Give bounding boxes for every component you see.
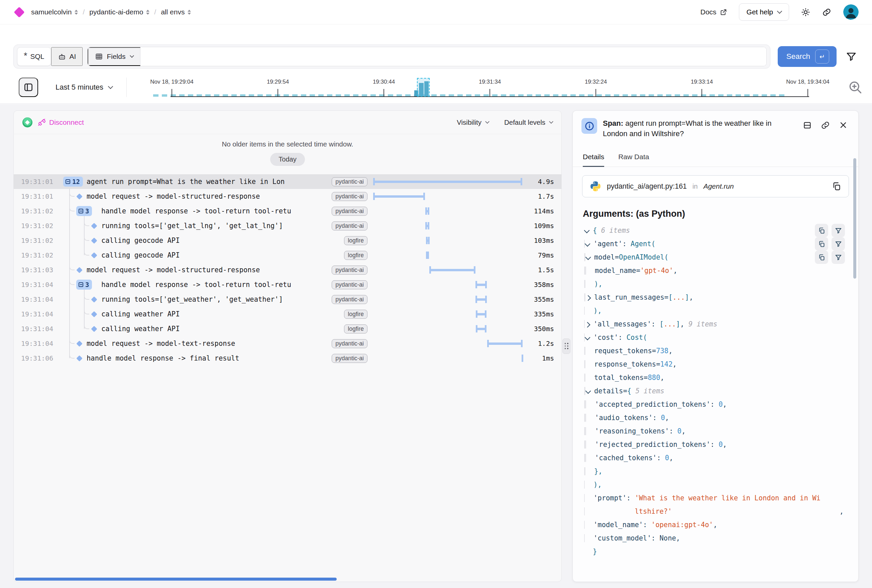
collapse-badge[interactable]: 3 <box>76 280 92 290</box>
dock-panel-button[interactable] <box>803 121 812 139</box>
time-range-dropdown[interactable]: Last 5 minutes <box>55 83 112 92</box>
filter-toggle-button[interactable] <box>846 51 857 62</box>
expand-chevron-icon[interactable] <box>586 254 594 261</box>
sql-mode-button[interactable]: *SQL <box>17 47 51 66</box>
expand-chevron-icon[interactable] <box>584 548 593 555</box>
expand-chevron-icon[interactable] <box>584 227 593 234</box>
trace-row[interactable]: 19:31:02 3 handle model response -> tool… <box>14 204 561 218</box>
code-text: 'accepted_prediction_tokens': 0, <box>595 400 727 408</box>
logfire-logo-icon[interactable] <box>14 7 25 18</box>
collapse-badge[interactable]: 12 <box>63 177 83 187</box>
panel-resize-handle[interactable] <box>562 339 571 354</box>
expand-chevron-icon[interactable] <box>585 321 593 327</box>
get-help-button[interactable]: Get help <box>739 3 789 21</box>
trace-row[interactable]: 19:31:01 12 agent run prompt=What is the… <box>14 174 561 189</box>
disconnect-button[interactable]: Disconnect <box>38 118 84 126</box>
breadcrumb-project[interactable]: pydantic-ai-demo <box>89 8 150 16</box>
theme-toggle-button[interactable] <box>801 8 810 17</box>
tab-raw-data[interactable]: Raw Data <box>618 153 649 167</box>
today-button[interactable]: Today <box>270 153 304 166</box>
default-levels-dropdown[interactable]: Default levels <box>504 118 553 126</box>
trace-row[interactable]: 19:31:02 calling geocode API logfire 103… <box>14 233 561 248</box>
copy-value-button[interactable] <box>815 237 828 250</box>
expand-chevron-icon[interactable] <box>586 454 595 461</box>
span-name[interactable]: handle model response -> final result <box>87 354 327 362</box>
expand-chevron-icon[interactable] <box>586 348 594 354</box>
expand-chevron-icon[interactable] <box>586 414 595 421</box>
span-name[interactable]: calling weather API <box>101 310 339 318</box>
copy-value-button[interactable] <box>815 250 828 264</box>
filter-value-button[interactable] <box>832 237 845 250</box>
expand-chevron-icon[interactable] <box>585 522 593 528</box>
expand-chevron-icon[interactable] <box>586 280 594 287</box>
span-name[interactable]: model request -> model-structured-respon… <box>87 192 327 200</box>
copy-source-button[interactable] <box>832 182 841 191</box>
span-name[interactable]: calling weather API <box>101 325 339 333</box>
expand-chevron-icon[interactable] <box>585 508 593 515</box>
expand-chevron-icon[interactable] <box>585 535 593 542</box>
zoom-in-button[interactable] <box>848 80 863 94</box>
search-query-input[interactable] <box>141 47 766 66</box>
code-line: 'audio_tokens': 0, <box>573 411 858 424</box>
span-name[interactable]: handle model response -> tool-return too… <box>101 207 327 215</box>
trace-row[interactable]: 19:31:01 model request -> model-structur… <box>14 189 561 204</box>
span-name[interactable]: calling geocode API <box>101 237 339 244</box>
expand-chevron-icon[interactable] <box>585 240 593 247</box>
avatar[interactable] <box>843 4 859 20</box>
expand-chevron-icon[interactable] <box>586 361 594 368</box>
trace-row[interactable]: 19:31:04 3 handle model response -> tool… <box>14 277 561 292</box>
expand-chevron-icon[interactable] <box>586 401 595 408</box>
waterfall-cell <box>373 204 524 218</box>
span-name[interactable]: calling geocode API <box>101 251 339 259</box>
ai-mode-button[interactable]: AI <box>51 47 83 66</box>
expand-chevron-icon[interactable] <box>586 267 595 274</box>
timeline-selection[interactable] <box>417 78 430 97</box>
tree-elbow <box>84 306 89 314</box>
horizontal-scrollbar[interactable] <box>15 578 337 580</box>
search-button[interactable]: Search↵ <box>778 46 836 67</box>
close-panel-button[interactable] <box>839 121 848 139</box>
expand-chevron-icon[interactable] <box>586 428 595 435</box>
expand-chevron-icon[interactable] <box>586 294 594 301</box>
expand-chevron-icon[interactable] <box>586 388 594 394</box>
trace-row[interactable]: 19:31:04 calling weather API logfire 350… <box>14 321 561 336</box>
trace-row[interactable]: 19:31:04 model request -> model-text-res… <box>14 336 561 351</box>
trace-row[interactable]: 19:31:03 model request -> model-structur… <box>14 262 561 277</box>
docs-link[interactable]: Docs <box>700 8 727 16</box>
trace-row[interactable]: 19:31:04 calling weather API logfire 335… <box>14 307 561 321</box>
expand-chevron-icon[interactable] <box>585 308 593 314</box>
filter-value-button[interactable] <box>832 250 845 264</box>
breadcrumb-env[interactable]: all envs <box>161 8 191 16</box>
expand-chevron-icon[interactable] <box>586 468 594 475</box>
span-name[interactable]: handle model response -> tool-return too… <box>101 280 327 289</box>
span-name[interactable]: running tools=['get_lat_lng', 'get_lat_l… <box>101 222 327 230</box>
copy-value-button[interactable] <box>815 224 828 237</box>
expand-chevron-icon[interactable] <box>586 441 595 448</box>
span-name[interactable]: running tools=['get_weather', 'get_weath… <box>101 296 327 303</box>
copy-link-button[interactable] <box>821 121 830 139</box>
share-link-button[interactable] <box>822 8 831 17</box>
expand-chevron-icon[interactable] <box>585 495 593 501</box>
filter-value-button[interactable] <box>832 224 845 237</box>
expand-chevron-icon[interactable] <box>585 334 593 341</box>
sidebar-toggle-button[interactable] <box>19 78 38 97</box>
trace-row[interactable]: 19:31:02 running tools=['get_lat_lng', '… <box>14 218 561 233</box>
tab-details[interactable]: Details <box>583 153 604 167</box>
breadcrumb-org[interactable]: samuelcolvin <box>31 8 78 16</box>
expand-chevron-icon[interactable] <box>585 481 593 488</box>
span-name[interactable]: agent run prompt=What is the weather lik… <box>87 178 327 186</box>
trace-row[interactable]: 19:31:06 handle model response -> final … <box>14 351 561 366</box>
span-name[interactable]: model request -> model-text-response <box>87 339 327 348</box>
vertical-scrollbar[interactable] <box>853 158 856 279</box>
source-location-card[interactable]: pydantic_ai/agent.py:161 in Agent.run <box>582 175 849 197</box>
fields-dropdown[interactable]: Fields <box>88 47 141 66</box>
expand-chevron-icon[interactable] <box>586 374 594 381</box>
trace-row[interactable]: 19:31:04 running tools=['get_weather', '… <box>14 292 561 307</box>
duration-label: 103ms <box>511 233 554 248</box>
visibility-dropdown[interactable]: Visibility <box>457 118 489 126</box>
live-connected-icon <box>22 117 33 128</box>
trace-row[interactable]: 19:31:02 calling geocode API logfire 79m… <box>14 248 561 262</box>
collapse-badge[interactable]: 3 <box>76 206 92 216</box>
info-icon <box>581 118 597 134</box>
span-name[interactable]: model request -> model-structured-respon… <box>87 266 327 274</box>
